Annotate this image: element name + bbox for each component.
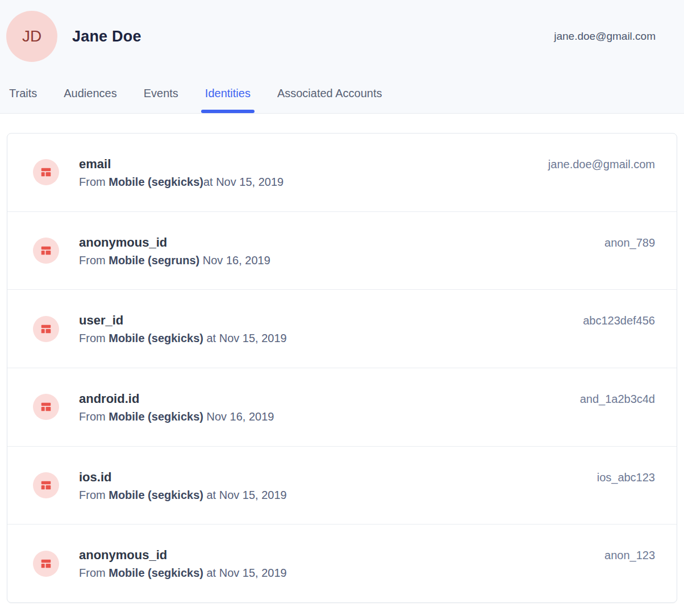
identity-source-line: From Mobile (segruns) Nov 16, 2019: [79, 252, 270, 269]
source-from-label: From: [79, 489, 109, 501]
identity-source-line: From Mobile (segkicks) Nov 16, 2019: [79, 408, 274, 425]
identity-icon-badge: [33, 316, 59, 342]
layout-icon: [40, 166, 52, 178]
identity-value: ios_abc123: [597, 469, 655, 486]
layout-icon: [40, 244, 52, 257]
identity-source-line: From Mobile (segkicks) at Nov 15, 2019: [79, 486, 287, 503]
identity-row: ios.idFrom Mobile (segkicks) at Nov 15, …: [7, 446, 677, 525]
source-date: at Nov 15, 2019: [203, 176, 283, 188]
tab-label: Identities: [205, 87, 251, 99]
source-date: Nov 16, 2019: [203, 410, 274, 423]
identity-row: emailFrom Mobile (segkicks)at Nov 15, 20…: [7, 134, 677, 211]
source-name: Mobile (segkicks): [109, 489, 203, 501]
page-title: Jane Doe: [72, 28, 141, 45]
source-name: Mobile (segkicks): [109, 567, 203, 579]
identity-text: anonymous_idFrom Mobile (segkicks) at No…: [79, 546, 287, 581]
tab-label: Events: [144, 87, 178, 99]
tab-label: Associated Accounts: [277, 87, 382, 99]
tab-associated-accounts[interactable]: Associated Accounts: [277, 80, 382, 113]
avatar-initials: JD: [22, 27, 41, 45]
identity-icon-badge: [33, 472, 59, 498]
identity-value: anon_123: [604, 547, 655, 564]
avatar: JD: [6, 11, 57, 62]
source-name: Mobile (segkicks): [109, 176, 203, 188]
identity-icon-badge: [33, 159, 59, 185]
tab-audiences[interactable]: Audiences: [64, 80, 116, 113]
tab-traits[interactable]: Traits: [9, 80, 37, 113]
profile-header: JD Jane Doe jane.doe@gmail.com TraitsAud…: [0, 0, 684, 114]
identity-text: user_idFrom Mobile (segkicks) at Nov 15,…: [79, 311, 287, 347]
identity-row: anonymous_idFrom Mobile (segkicks) at No…: [7, 524, 677, 602]
source-from-label: From: [79, 332, 109, 344]
layout-icon: [40, 479, 52, 492]
source-from-label: From: [79, 176, 109, 188]
identity-value: and_1a2b3c4d: [580, 390, 655, 407]
identity-text: emailFrom Mobile (segkicks)at Nov 15, 20…: [79, 155, 283, 190]
identity-value: jane.doe@gmail.com: [548, 156, 655, 173]
source-date: at Nov 15, 2019: [203, 567, 287, 579]
tab-events[interactable]: Events: [144, 80, 178, 113]
identities-card: emailFrom Mobile (segkicks)at Nov 15, 20…: [7, 133, 677, 603]
profile-header-top: JD Jane Doe jane.doe@gmail.com: [0, 0, 684, 62]
source-from-label: From: [79, 254, 109, 267]
identity-value: anon_789: [604, 234, 655, 251]
source-name: Mobile (segkicks): [109, 332, 203, 344]
source-date: at Nov 15, 2019: [203, 489, 287, 501]
identity-row: user_idFrom Mobile (segkicks) at Nov 15,…: [7, 289, 677, 368]
identity-icon-badge: [33, 551, 59, 577]
identity-name: email: [79, 155, 283, 173]
source-name: Mobile (segkicks): [109, 410, 203, 423]
identity-source-line: From Mobile (segkicks)at Nov 15, 2019: [79, 173, 283, 190]
identity-icon-badge: [33, 238, 59, 264]
identity-name: anonymous_id: [79, 546, 287, 564]
header-email: jane.doe@gmail.com: [554, 30, 656, 43]
identity-name: anonymous_id: [79, 233, 270, 252]
source-date: at Nov 15, 2019: [203, 332, 287, 344]
identity-name: user_id: [79, 311, 287, 330]
source-name: Mobile (segruns): [109, 254, 199, 267]
identity-source-line: From Mobile (segkicks) at Nov 15, 2019: [79, 564, 287, 581]
identity-name: android.id: [79, 389, 274, 408]
layout-icon: [40, 557, 52, 570]
identity-value: abc123def456: [583, 312, 655, 329]
tab-identities[interactable]: Identities: [205, 80, 251, 113]
layout-icon: [40, 401, 52, 413]
identity-name: ios.id: [79, 468, 287, 486]
identity-text: anonymous_idFrom Mobile (segruns) Nov 16…: [79, 233, 270, 269]
source-date: Nov 16, 2019: [199, 254, 270, 267]
identity-row: anonymous_idFrom Mobile (segruns) Nov 16…: [7, 211, 677, 290]
tab-label: Traits: [9, 87, 37, 99]
main-content: emailFrom Mobile (segkicks)at Nov 15, 20…: [0, 114, 684, 616]
identity-text: android.idFrom Mobile (segkicks) Nov 16,…: [79, 389, 274, 425]
identity-text: ios.idFrom Mobile (segkicks) at Nov 15, …: [79, 468, 287, 503]
identity-icon-badge: [33, 394, 59, 420]
source-from-label: From: [79, 410, 109, 423]
identity-row: android.idFrom Mobile (segkicks) Nov 16,…: [7, 368, 677, 446]
identity-source-line: From Mobile (segkicks) at Nov 15, 2019: [79, 330, 287, 347]
tab-bar: TraitsAudiencesEventsIdentitiesAssociate…: [0, 80, 684, 113]
source-from-label: From: [79, 567, 109, 579]
layout-icon: [40, 323, 52, 335]
tab-label: Audiences: [64, 87, 116, 99]
